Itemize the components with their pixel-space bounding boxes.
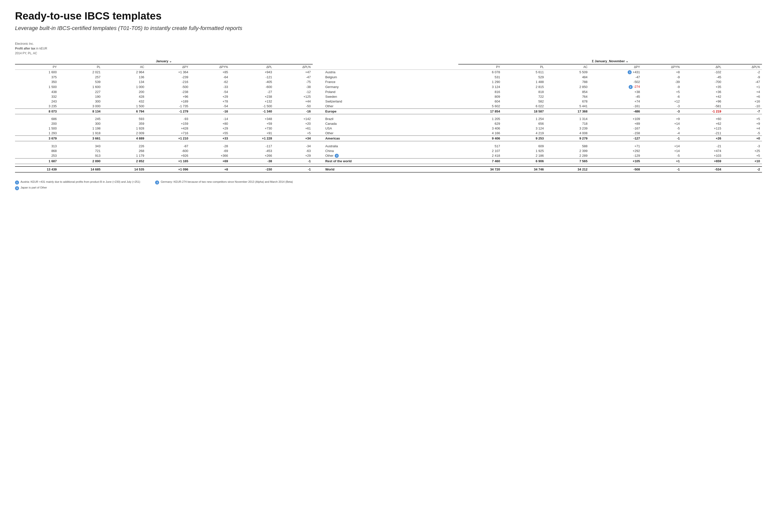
company-name: Electronic Inc.	[15, 41, 762, 46]
col-jan-dpl: ΔPL	[230, 64, 274, 70]
col-jn-dpl: ΔPL	[682, 64, 723, 70]
table-row: 313343226-87-28-117-34 Australia 5176095…	[15, 144, 762, 148]
table-row: 1 5001 1981 928+428+29+730+61 USA 3 4063…	[15, 126, 762, 131]
col-jan-py: PY	[15, 64, 59, 70]
table-row: 332190428+96+29+238+125 Sweden 809722764…	[15, 94, 762, 99]
footnote-row-1: 1 Austria: KEUR +431 mainly due to addit…	[15, 180, 762, 184]
col-jn-dplp: ΔPL%	[723, 64, 762, 70]
fn-badge-2: 2	[155, 180, 159, 184]
spacer-row	[15, 114, 762, 117]
footnote-row-2: 3 Japan is part of Other	[15, 186, 762, 190]
table-row: 1 5001 6001 000-500-33-600-38 Germany 3 …	[15, 84, 762, 90]
badge-2: 2	[629, 85, 633, 89]
footnote-2: 2 Germany: KEUR-274 because of two new c…	[155, 180, 293, 184]
col-jn-ac: AC	[546, 64, 590, 70]
report-period: 2014 PY, PL, AC	[15, 51, 762, 56]
col-jn-py: PY	[458, 64, 502, 70]
col-jan-dpy: ΔPY	[146, 64, 190, 70]
fn-text-2: Germany: KEUR-274 because of two new com…	[160, 180, 293, 183]
total-world: 13 43914 68514 535+1 096+8-150-1 World 3…	[15, 166, 762, 172]
table-row: 2539131 179+926+366+266+29 Other 3 2 418…	[15, 153, 762, 158]
table-row: 3 2353 0001 500-1 735-54-1 500-50 Other …	[15, 104, 762, 109]
footnote-3: 3 Japan is part of Other	[15, 186, 47, 190]
col-jan-dplp: ΔPL%	[274, 64, 313, 70]
subtotal-americas: 3 6793 6614 889+1 210+33+1 228+34 Americ…	[15, 136, 762, 141]
footnotes-section: 1 Austria: KEUR +431 mainly due to addit…	[15, 180, 762, 190]
col-jn-pl: PL	[502, 64, 546, 70]
metric-info: Profit after tax in kEUR	[15, 46, 762, 51]
col-jn-dpyp: ΔPY%	[642, 64, 682, 70]
badge-3: 3	[335, 154, 339, 158]
col-jan-pl: PL	[59, 64, 103, 70]
table-row: 350539134-216-62-405-75 France 1 2901 48…	[15, 80, 762, 84]
table-row: 243300432+189+78+132+44 Switzerland 6045…	[15, 99, 762, 104]
table-row: 868721268-600-69-453-63 China 2 1071 925…	[15, 148, 762, 153]
spacer-row	[15, 164, 762, 166]
table-row: 438227200-238-54-27-12 Poland 816818854+…	[15, 90, 762, 94]
subtotal-europe: 8 0738 1346 794-1 279-16-1 340-16 Europe…	[15, 109, 762, 114]
table-row: 375257136-239-64-121-47 Belgium 53152948…	[15, 75, 762, 80]
page-subtitle: Leverage built-in IBCS-certified templat…	[15, 25, 762, 31]
column-headers-row: PY PL AC ΔPY ΔPY% ΔPL ΔPL% PY PL AC ΔPY …	[15, 64, 762, 70]
fn-badge-1: 1	[15, 180, 19, 184]
fn-text-3: Japan is part of Other	[20, 186, 47, 189]
table-row: 1 6002 0212 964+1 364+85+943+47 Austria …	[15, 70, 762, 75]
page-title: Ready-to-use IBCS templates	[15, 10, 762, 22]
table-row: 686245593-93-14+348+142 Brazil 1 2051 25…	[15, 117, 762, 121]
metric-label: Profit after tax	[15, 47, 35, 50]
col-jn-dpy: ΔPY	[590, 64, 642, 70]
col-jan-ac: AC	[103, 64, 146, 70]
table-row: 1 2931 9182 009+716+55+91+5 Other 4 1664…	[15, 131, 762, 136]
subtotal-rest: 1 6872 8902 852+1 165+69-38-1 Rest of th…	[15, 158, 762, 164]
badge-1: 1	[628, 70, 632, 74]
spacer-row	[15, 141, 762, 144]
footnote-1: 1 Austria: KEUR +431 mainly due to addit…	[15, 180, 140, 184]
group-header-row: January ⌄ Σ January_November ⌄	[15, 58, 762, 64]
fn-text-1: Austria: KEUR +431 mainly due to additio…	[20, 180, 140, 183]
col-jan-dpyp: ΔPY%	[190, 64, 230, 70]
metric-unit: in kEUR	[36, 47, 47, 50]
table-row: 200300359+159+80+59+20 Canada 629656718+…	[15, 121, 762, 126]
fn-badge-3: 3	[15, 186, 19, 190]
